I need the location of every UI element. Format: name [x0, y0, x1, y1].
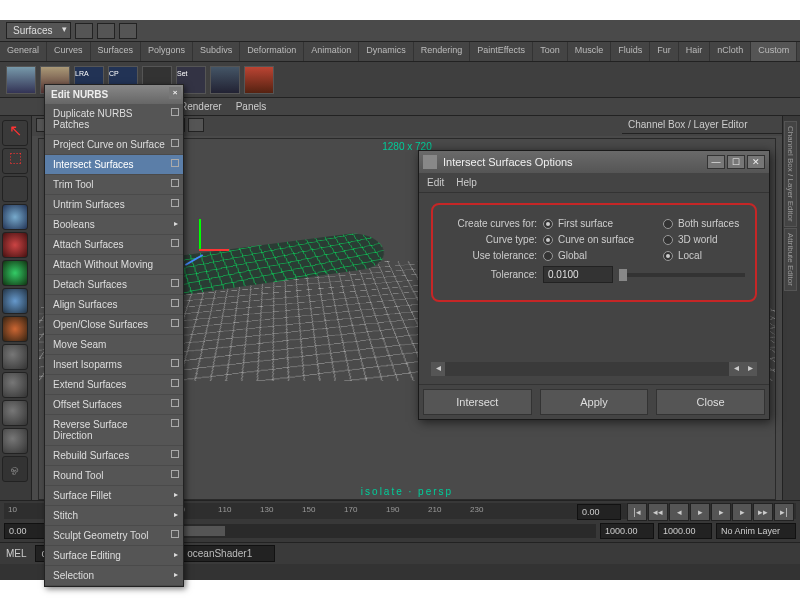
option-box-icon[interactable]	[171, 139, 179, 147]
menu-item-insert-isoparms[interactable]: Insert Isoparms	[45, 355, 183, 375]
menu-item-trim-tool[interactable]: Trim Tool	[45, 175, 183, 195]
step-back-icon[interactable]: ◂◂	[648, 503, 668, 521]
option-box-icon[interactable]	[171, 199, 179, 207]
menu-item-surface-fillet[interactable]: Surface Fillet▸	[45, 486, 183, 506]
script-lang-label[interactable]: MEL	[6, 548, 27, 559]
minimize-icon[interactable]: —	[707, 155, 725, 169]
shelf-tab-subdivs[interactable]: Subdivs	[193, 42, 240, 61]
panel-menu-renderer[interactable]: Renderer	[180, 101, 222, 112]
menu-item-rebuild-surfaces[interactable]: Rebuild Surfaces	[45, 446, 183, 466]
rotate-tool-icon[interactable]	[2, 232, 28, 258]
intersect-button[interactable]: Intersect	[423, 389, 532, 415]
vp-icon[interactable]	[188, 118, 204, 132]
close-icon[interactable]: ×	[169, 87, 181, 99]
soft-select-icon[interactable]	[2, 316, 28, 342]
menu-item-project-curve-on-surface[interactable]: Project Curve on Surface	[45, 135, 183, 155]
shelf-tab-muscle[interactable]: Muscle	[568, 42, 612, 61]
menu-item-stitch[interactable]: Stitch▸	[45, 506, 183, 526]
status-icon[interactable]	[97, 23, 115, 39]
next-key-icon[interactable]: ▸	[732, 503, 752, 521]
shelf-tab-fluids[interactable]: Fluids	[611, 42, 650, 61]
shelf-tab-surfaces[interactable]: Surfaces	[91, 42, 142, 61]
radio-global[interactable]	[543, 251, 553, 261]
shelf-icon[interactable]	[244, 66, 274, 94]
shelf-tab-animation[interactable]: Animation	[304, 42, 359, 61]
menu-item-open-close-surfaces[interactable]: Open/Close Surfaces	[45, 315, 183, 335]
anim-layer-select[interactable]: No Anim Layer	[716, 523, 796, 539]
option-box-icon[interactable]	[171, 179, 179, 187]
select-tool-icon[interactable]: ↖	[2, 120, 28, 146]
dialog-menu-edit[interactable]: Edit	[427, 177, 444, 188]
option-box-icon[interactable]	[171, 379, 179, 387]
radio-local[interactable]	[663, 251, 673, 261]
range-end-a[interactable]: 1000.00	[600, 523, 654, 539]
shelf-tab-custom[interactable]: Custom	[751, 42, 797, 61]
option-box-icon[interactable]	[171, 299, 179, 307]
move-tool-icon[interactable]	[2, 204, 28, 230]
play-back-icon[interactable]: ▸	[690, 503, 710, 521]
range-slider[interactable]	[120, 524, 596, 538]
option-box-icon[interactable]	[171, 159, 179, 167]
scroll-right-icon[interactable]: ▸	[743, 362, 757, 376]
status-icon[interactable]	[75, 23, 93, 39]
shelf-tab-general[interactable]: General	[0, 42, 47, 61]
go-start-icon[interactable]: |◂	[627, 503, 647, 521]
view-single-icon[interactable]	[2, 344, 28, 370]
radio-curve-on-surface[interactable]	[543, 235, 553, 245]
script-icon[interactable]: ஓ	[2, 456, 28, 482]
menu-item-attach-without-moving[interactable]: Attach Without Moving	[45, 255, 183, 275]
view-outline-icon[interactable]	[2, 428, 28, 454]
option-box-icon[interactable]	[171, 399, 179, 407]
shelf-tab-polygons[interactable]: Polygons	[141, 42, 193, 61]
shelf-tab-rendering[interactable]: Rendering	[414, 42, 471, 61]
menu-item-offset-surfaces[interactable]: Offset Surfaces	[45, 395, 183, 415]
menu-item-detach-surfaces[interactable]: Detach Surfaces	[45, 275, 183, 295]
menu-item-untrim-surfaces[interactable]: Untrim Surfaces	[45, 195, 183, 215]
radio-both-surfaces[interactable]	[663, 219, 673, 229]
dialog-menu-help[interactable]: Help	[456, 177, 477, 188]
maximize-icon[interactable]: ☐	[727, 155, 745, 169]
view-four-icon[interactable]	[2, 372, 28, 398]
option-box-icon[interactable]	[171, 419, 179, 427]
shelf-icon[interactable]	[6, 66, 36, 94]
radio-first-surface[interactable]	[543, 219, 553, 229]
scroll-left-icon[interactable]: ◂	[431, 362, 445, 376]
option-box-icon[interactable]	[171, 450, 179, 458]
side-tab-channelbox[interactable]: Channel Box / Layer Editor	[784, 121, 797, 227]
option-box-icon[interactable]	[171, 530, 179, 538]
shelf-tab-hair[interactable]: Hair	[679, 42, 711, 61]
shelf-tab-fur[interactable]: Fur	[650, 42, 679, 61]
prev-key-icon[interactable]: ◂	[669, 503, 689, 521]
shelf-tab-toon[interactable]: Toon	[533, 42, 568, 61]
menu-item-surface-editing[interactable]: Surface Editing▸	[45, 546, 183, 566]
menu-item-align-surfaces[interactable]: Align Surfaces	[45, 295, 183, 315]
menu-item-attach-surfaces[interactable]: Attach Surfaces	[45, 235, 183, 255]
menu-item-reverse-surface-direction[interactable]: Reverse Surface Direction	[45, 415, 183, 446]
shelf-tab-dynamics[interactable]: Dynamics	[359, 42, 414, 61]
step-fwd-icon[interactable]: ▸▸	[753, 503, 773, 521]
paint-select-icon[interactable]	[2, 176, 28, 202]
menu-item-selection[interactable]: Selection▸	[45, 566, 183, 586]
manip-tool-icon[interactable]	[2, 288, 28, 314]
menu-item-intersect-surfaces[interactable]: Intersect Surfaces	[45, 155, 183, 175]
option-box-icon[interactable]	[171, 359, 179, 367]
go-end-icon[interactable]: ▸|	[774, 503, 794, 521]
lasso-tool-icon[interactable]: ⬚	[2, 148, 28, 174]
side-tab-attribute[interactable]: Attribute Editor	[784, 228, 797, 291]
apply-button[interactable]: Apply	[540, 389, 649, 415]
tolerance-slider[interactable]	[619, 273, 745, 277]
workspace-selector[interactable]: Surfaces	[6, 22, 71, 39]
menu-item-booleans[interactable]: Booleans▸	[45, 215, 183, 235]
scroll-right-icon[interactable]: ◂	[729, 362, 743, 376]
shelf-tab-curves[interactable]: Curves	[47, 42, 91, 61]
menu-item-extend-surfaces[interactable]: Extend Surfaces	[45, 375, 183, 395]
option-box-icon[interactable]	[171, 319, 179, 327]
shelf-tab-ncloth[interactable]: nCloth	[710, 42, 751, 61]
play-fwd-icon[interactable]: ▸	[711, 503, 731, 521]
close-button[interactable]: Close	[656, 389, 765, 415]
close-icon[interactable]: ✕	[747, 155, 765, 169]
shelf-icon[interactable]	[210, 66, 240, 94]
radio-3d-world[interactable]	[663, 235, 673, 245]
menu-item-duplicate-nurbs-patches[interactable]: Duplicate NURBS Patches	[45, 104, 183, 135]
scale-tool-icon[interactable]	[2, 260, 28, 286]
